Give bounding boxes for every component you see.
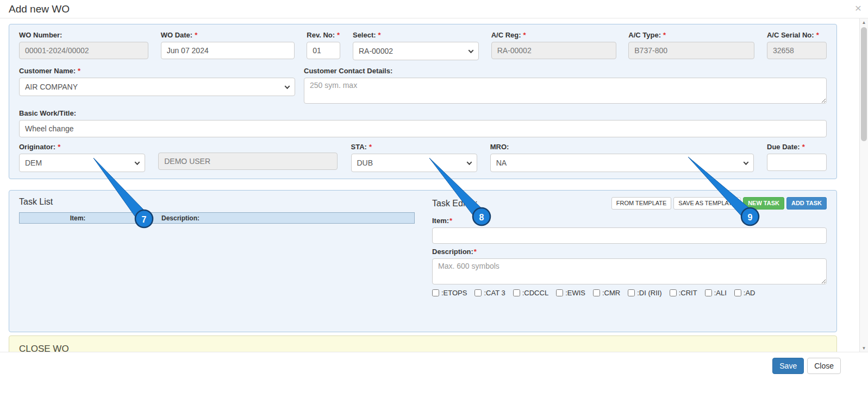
task-flag-cdccl[interactable]: :CDCCL (513, 289, 548, 297)
field-mro: MRO: NA (490, 143, 754, 172)
task-item-label: Item: (432, 217, 449, 225)
due-date-input[interactable] (767, 154, 827, 171)
task-list-section: Task List Item: Description: (19, 197, 415, 325)
checkbox-di-rii[interactable] (628, 289, 635, 296)
checkbox-crit[interactable] (670, 289, 677, 296)
required-asterisk: * (58, 143, 60, 151)
task-flag-ewis[interactable]: :EWIS (556, 289, 585, 297)
field-sta: STA:* DUB (351, 143, 477, 172)
task-flag-crit[interactable]: :CRIT (670, 289, 697, 297)
basic-work-title-label: Basic Work/Title: (19, 109, 76, 117)
required-asterisk: * (663, 31, 666, 39)
required-asterisk: * (195, 31, 197, 39)
sta-label: STA: (351, 143, 367, 151)
mro-select[interactable]: NA (490, 154, 754, 172)
field-rev-no: Rev. No:* (307, 31, 340, 60)
save-button[interactable]: Save (772, 358, 804, 374)
task-flag-ali[interactable]: :ALI (705, 289, 727, 297)
field-wo-number: WO Number: (19, 31, 148, 60)
required-asterisk: * (78, 67, 80, 75)
customer-name-label: Customer Name: (19, 67, 76, 75)
scroll-up-icon[interactable]: ▲ (860, 18, 868, 26)
field-wo-date: WO Date:* (161, 31, 295, 60)
scrollbar[interactable]: ▲ ▼ (859, 18, 868, 352)
rev-no-label: Rev. No: (307, 31, 335, 39)
required-asterisk: * (802, 143, 805, 151)
add-task-button[interactable]: ADD TASK (786, 197, 827, 210)
task-item-input[interactable] (432, 227, 827, 244)
save-as-template-button[interactable]: SAVE AS TEMPLATE (673, 197, 741, 210)
task-editor-section: Task Editor: FROM TEMPLATE SAVE AS TEMPL… (432, 197, 827, 325)
close-button[interactable]: Close (807, 358, 841, 374)
task-flag-di-rii[interactable]: :DI (RII) (628, 289, 662, 297)
task-flag-label: :DI (RII) (637, 289, 662, 297)
required-asterisk: * (523, 31, 526, 39)
due-date-label: Due Date: (767, 143, 800, 151)
checkbox-cat3[interactable] (474, 289, 482, 296)
wo-date-label: WO Date: (161, 31, 193, 39)
from-template-button[interactable]: FROM TEMPLATE (611, 197, 672, 210)
task-flag-label: :CRIT (679, 289, 697, 297)
close-icon[interactable]: × (855, 2, 861, 14)
task-flag-etops[interactable]: :ETOPS (432, 289, 467, 297)
field-originator: Originator:* DEM (19, 143, 145, 172)
task-flag-label: :CDCCL (522, 289, 548, 297)
task-editor-buttons: FROM TEMPLATE SAVE AS TEMPLATE NEW TASK … (611, 197, 827, 210)
field-basic-work-title: Basic Work/Title: (19, 109, 827, 137)
checkbox-cdccl[interactable] (513, 289, 520, 296)
ac-reg-label: A/C Reg: (491, 31, 521, 39)
wo-number-input (19, 42, 148, 59)
task-flag-ad[interactable]: :AD (734, 289, 755, 297)
field-ac-type: A/C Type:* (628, 31, 754, 60)
wo-number-label: WO Number: (19, 31, 62, 39)
wo-date-input[interactable] (161, 42, 295, 59)
task-list-col-description: Description: (136, 213, 414, 223)
new-task-button[interactable]: NEW TASK (743, 197, 784, 210)
task-editor-title: Task Editor: (432, 199, 478, 208)
checkbox-ewis[interactable] (556, 289, 563, 296)
checkbox-cmr[interactable] (593, 289, 600, 296)
required-asterisk: * (369, 143, 372, 151)
mro-label: MRO: (490, 143, 509, 151)
task-flags-row: :ETOPS :CAT 3 :CDCCL :EWIS :CMR :DI (RII… (432, 289, 827, 297)
task-flag-label: :ALI (714, 289, 727, 297)
aircraft-select[interactable]: RA-00002 (353, 42, 479, 60)
basic-work-title-input[interactable] (19, 120, 827, 137)
task-flag-label: :AD (744, 289, 755, 297)
field-customer-name: Customer Name:* AIR COMPANY (19, 67, 295, 104)
rev-no-input[interactable] (307, 42, 340, 59)
task-description-label: Description: (432, 248, 473, 256)
task-list-title: Task List (19, 197, 415, 207)
task-flag-label: :ETOPS (441, 289, 467, 297)
field-ac-serial: A/C Serial No:* (767, 31, 827, 60)
originator-label: Originator: (19, 143, 55, 151)
select-label: Select: (353, 31, 376, 39)
ac-type-input (628, 42, 754, 59)
scrollbar-thumb[interactable] (861, 27, 867, 141)
customer-name-select[interactable]: AIR COMPANY (19, 78, 295, 96)
task-description-textarea[interactable] (432, 258, 827, 284)
checkbox-ad[interactable] (734, 289, 741, 296)
task-list-header: Item: Description: (19, 212, 415, 224)
close-wo-title: CLOSE WO (19, 344, 827, 352)
task-flag-label: :CMR (602, 289, 620, 297)
originator-select[interactable]: DEM (19, 154, 145, 172)
required-asterisk: * (816, 31, 819, 39)
task-flag-cat3[interactable]: :CAT 3 (474, 289, 505, 297)
wo-details-panel: WO Number: WO Date:* Rev. No:* Select:* … (9, 24, 837, 179)
scroll-down-icon[interactable]: ▼ (860, 344, 868, 352)
field-select-aircraft: Select:* RA-00002 (353, 31, 479, 60)
ac-serial-label: A/C Serial No: (767, 31, 814, 39)
close-wo-panel: CLOSE WO (9, 335, 837, 352)
task-flag-label: :CAT 3 (484, 289, 505, 297)
customer-contact-textarea[interactable] (304, 78, 827, 104)
checkbox-etops[interactable] (432, 289, 439, 296)
page-title: Add new WO (9, 3, 70, 15)
sta-select[interactable]: DUB (351, 154, 477, 172)
task-flag-cmr[interactable]: :CMR (593, 289, 620, 297)
required-asterisk: * (449, 217, 452, 225)
modal-header: Add new WO × (0, 0, 868, 18)
originator-user-input (158, 153, 338, 170)
checkbox-ali[interactable] (705, 289, 712, 296)
field-ac-reg: A/C Reg:* (491, 31, 616, 60)
